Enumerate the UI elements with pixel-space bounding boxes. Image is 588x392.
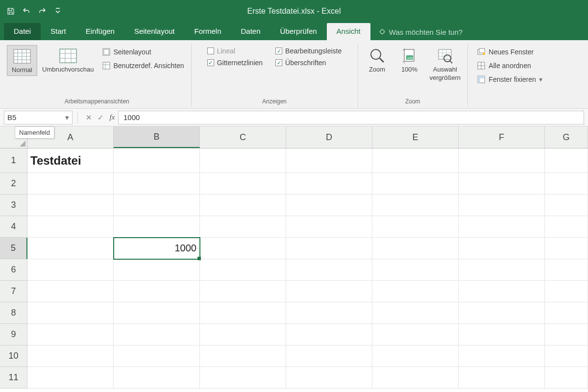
row-header-5[interactable]: 5 [0,238,27,259]
cell-D5[interactable] [286,238,372,259]
cell-E5[interactable] [372,238,459,259]
confirm-edit-icon[interactable]: ✓ [95,112,106,123]
cell-F9[interactable] [459,324,545,345]
qat-customize-icon[interactable] [51,4,65,18]
cell-C1[interactable] [200,148,286,173]
col-header-D[interactable]: D [286,126,372,148]
row-header-2[interactable]: 2 [0,173,27,195]
tab-ueberpruefen[interactable]: Überprüfen [270,23,327,40]
cell-F5[interactable] [459,238,545,259]
cell-D2[interactable] [286,173,372,195]
cell-G4[interactable] [545,216,588,238]
cell-A7[interactable] [27,281,114,302]
cell-F1[interactable] [459,148,545,173]
check-formula-bar[interactable]: Bearbeitungsleiste [273,46,343,56]
cell-B9[interactable] [114,324,200,345]
cell-B2[interactable] [114,173,200,195]
cell-C3[interactable] [200,195,286,216]
cell-A11[interactable] [27,367,114,389]
cell-B10[interactable] [114,345,200,367]
row-header-6[interactable]: 6 [0,259,27,281]
tell-me-input[interactable]: Was möchten Sie tun? [370,24,470,40]
cell-C2[interactable] [200,173,286,195]
cell-B3[interactable] [114,195,200,216]
cell-B4[interactable] [114,216,200,238]
cell-D3[interactable] [286,195,372,216]
cell-F7[interactable] [459,281,545,302]
freeze-panes-button[interactable]: Fenster fixieren ▾ [474,74,545,85]
check-headings[interactable]: Überschriften [273,58,343,68]
cell-D1[interactable] [286,148,372,173]
cell-A10[interactable] [27,345,114,367]
fx-icon[interactable]: fx [106,112,118,123]
view-custom-views-button[interactable]: Benutzerdef. Ansichten [99,60,187,72]
cell-E2[interactable] [372,173,459,195]
zoom-button[interactable]: Zoom [362,45,392,75]
cell-F10[interactable] [459,345,545,367]
cell-E9[interactable] [372,324,459,345]
row-header-10[interactable]: 10 [0,345,27,367]
cell-A3[interactable] [27,195,114,216]
cell-G9[interactable] [545,324,588,345]
cell-B11[interactable] [114,367,200,389]
cell-C7[interactable] [200,281,286,302]
cell-A4[interactable] [27,216,114,238]
cell-G3[interactable] [545,195,588,216]
cell-A2[interactable] [27,173,114,195]
tab-einfuegen[interactable]: Einfügen [76,23,124,40]
cell-G6[interactable] [545,259,588,281]
cell-E4[interactable] [372,216,459,238]
formula-input[interactable]: 1000 [118,111,584,124]
tab-daten[interactable]: Daten [231,23,270,40]
cell-G11[interactable] [545,367,588,389]
row-header-11[interactable]: 11 [0,367,27,389]
cell-B5[interactable]: 1000 [114,238,200,259]
row-header-1[interactable]: 1 [0,148,27,173]
cell-D4[interactable] [286,216,372,238]
cell-D6[interactable] [286,259,372,281]
name-box[interactable]: B5 ▾ [4,111,73,124]
save-icon[interactable] [4,4,18,18]
check-gridlines[interactable]: Gitternetzlinien [205,58,265,68]
cell-F2[interactable] [459,173,545,195]
cell-E7[interactable] [372,281,459,302]
cell-F6[interactable] [459,259,545,281]
col-header-B[interactable]: B [114,126,200,148]
cell-C11[interactable] [200,367,286,389]
new-window-button[interactable]: Neues Fenster [474,46,545,58]
cell-C8[interactable] [200,302,286,324]
row-header-8[interactable]: 8 [0,302,27,324]
cell-C6[interactable] [200,259,286,281]
zoom-100-button[interactable]: 100 100% [394,45,425,75]
cell-G1[interactable] [545,148,588,173]
cell-D9[interactable] [286,324,372,345]
cell-F11[interactable] [459,367,545,389]
cell-F4[interactable] [459,216,545,238]
cell-G10[interactable] [545,345,588,367]
row-header-3[interactable]: 3 [0,195,27,216]
cell-E3[interactable] [372,195,459,216]
cell-C9[interactable] [200,324,286,345]
cell-G2[interactable] [545,173,588,195]
cell-B6[interactable] [114,259,200,281]
cell-D11[interactable] [286,367,372,389]
cell-B1[interactable] [114,148,200,173]
tab-file[interactable]: Datei [4,23,41,40]
col-header-F[interactable]: F [459,126,545,148]
cell-E6[interactable] [372,259,459,281]
arrange-all-button[interactable]: Alle anordnen [474,60,545,72]
cell-E1[interactable] [372,148,459,173]
col-header-G[interactable]: G [545,126,588,148]
col-header-E[interactable]: E [372,126,459,148]
undo-icon[interactable] [20,4,33,18]
cell-G7[interactable] [545,281,588,302]
row-header-4[interactable]: 4 [0,216,27,238]
col-header-C[interactable]: C [200,126,286,148]
cell-A9[interactable] [27,324,114,345]
cancel-edit-icon[interactable]: ✕ [83,112,95,123]
cell-E11[interactable] [372,367,459,389]
cell-A8[interactable] [27,302,114,324]
tab-ansicht[interactable]: Ansicht [327,23,370,40]
cell-F8[interactable] [459,302,545,324]
cell-E8[interactable] [372,302,459,324]
